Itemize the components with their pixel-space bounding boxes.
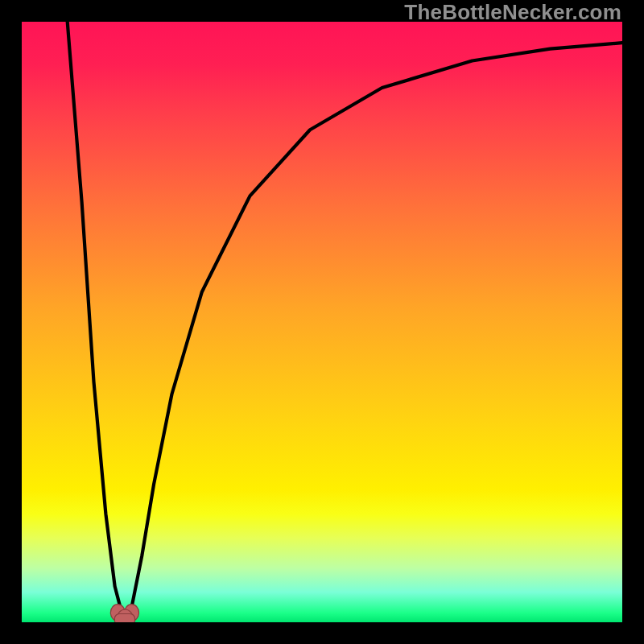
- watermark-text: TheBottleNecker.com: [404, 0, 621, 25]
- minimum-marker: [110, 605, 138, 622]
- curve-svg: [22, 22, 622, 622]
- chart-frame: TheBottleNecker.com: [0, 0, 644, 644]
- plot-area: [22, 22, 622, 622]
- min-marker-connector: [114, 614, 134, 622]
- bottleneck-curve: [68, 22, 622, 617]
